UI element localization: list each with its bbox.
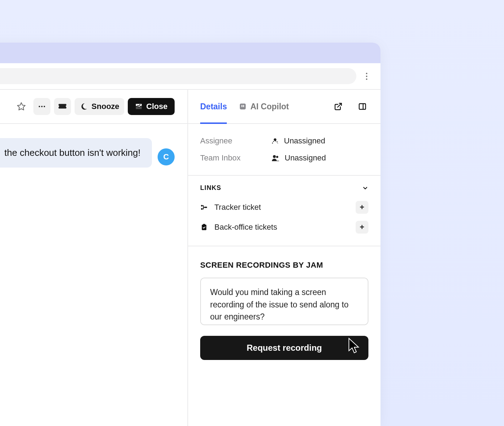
chevron-down-icon[interactable] (362, 185, 368, 191)
details-pane: Details AI Copilot Assignee (188, 90, 380, 426)
moon-z-icon (80, 102, 88, 111)
close-button[interactable]: Close (128, 98, 175, 115)
add-backoffice-ticket-button[interactable]: + (356, 221, 368, 234)
nodes-icon (200, 203, 208, 211)
svg-rect-17 (203, 224, 205, 225)
users-icon (271, 154, 280, 162)
clipboard-check-icon (200, 223, 208, 231)
assignment-section: Assignee Unassigned Team Inbox Unassigne… (188, 124, 380, 176)
ticket-icon (58, 103, 67, 110)
svg-rect-4 (240, 104, 246, 110)
svg-point-13 (201, 205, 203, 207)
svg-rect-6 (243, 105, 244, 107)
dots-horizontal-icon (38, 102, 46, 111)
tab-ai-copilot[interactable]: AI Copilot (239, 90, 289, 123)
svg-marker-0 (17, 103, 25, 110)
svg-point-14 (201, 208, 203, 210)
star-button[interactable] (13, 98, 30, 115)
screen-recordings-section: SCREEN RECORDINGS BY JAM Request recordi… (188, 246, 380, 374)
assignee-row[interactable]: Assignee Unassigned (200, 132, 368, 149)
content-area: Snooze Close the checkout button isn't w… (0, 89, 380, 426)
team-inbox-value: Unassigned (285, 153, 326, 163)
svg-point-3 (44, 106, 45, 107)
assignee-label: Assignee (200, 136, 271, 146)
snooze-button[interactable]: Snooze (75, 98, 124, 115)
svg-rect-5 (242, 105, 243, 107)
link-tracker-ticket[interactable]: Tracker ticket + (200, 197, 368, 217)
svg-rect-15 (204, 207, 207, 208)
link-tracker-ticket-label: Tracker ticket (214, 203, 349, 212)
open-external-button[interactable] (332, 100, 344, 113)
snooze-button-label: Snooze (92, 102, 119, 111)
url-bar[interactable] (0, 68, 356, 84)
user-dashed-icon (271, 137, 279, 145)
app-window: Snooze Close the checkout button isn't w… (0, 43, 380, 426)
svg-line-7 (338, 103, 341, 107)
star-icon (17, 102, 26, 111)
recording-message-textarea[interactable] (200, 278, 368, 325)
browser-toolbar (0, 63, 380, 89)
svg-point-1 (39, 106, 40, 107)
close-button-label: Close (146, 102, 168, 111)
tab-details[interactable]: Details (200, 90, 227, 123)
overflow-menu-icon[interactable] (363, 72, 371, 80)
message-list: the checkout button isn't working! C (0, 124, 187, 182)
message-row: the checkout button isn't working! C (0, 138, 175, 168)
tab-ai-copilot-label: AI Copilot (250, 102, 289, 111)
inbox-check-icon (135, 103, 143, 110)
more-button[interactable] (33, 98, 50, 115)
svg-rect-8 (359, 104, 366, 109)
request-recording-button[interactable]: Request recording (200, 336, 368, 360)
panel-right-icon (358, 102, 367, 111)
copilot-icon (239, 103, 247, 110)
svg-point-11 (273, 155, 276, 158)
avatar: C (158, 148, 175, 165)
svg-rect-16 (202, 225, 207, 230)
link-backoffice-tickets[interactable]: Back-office tickets + (200, 217, 368, 237)
details-tabs: Details AI Copilot (188, 90, 380, 124)
team-inbox-label: Team Inbox (200, 153, 271, 163)
links-section: LINKS Tracker ticket + Back-office ticke… (188, 176, 380, 246)
external-link-icon (334, 102, 343, 111)
links-section-title: LINKS (200, 184, 221, 192)
screen-recordings-title: SCREEN RECORDINGS BY JAM (200, 261, 368, 270)
add-tracker-ticket-button[interactable]: + (356, 201, 368, 214)
conversation-toolbar: Snooze Close (0, 90, 187, 124)
svg-point-12 (276, 156, 278, 158)
ticket-button[interactable] (54, 98, 71, 115)
link-backoffice-tickets-label: Back-office tickets (214, 223, 349, 232)
assignee-value: Unassigned (284, 136, 325, 146)
tab-details-label: Details (200, 102, 227, 111)
browser-tab-strip (0, 43, 380, 63)
message-bubble: the checkout button isn't working! (0, 138, 152, 168)
svg-point-2 (41, 106, 43, 107)
toggle-panel-button[interactable] (356, 100, 368, 113)
conversation-pane: Snooze Close the checkout button isn't w… (0, 90, 188, 426)
team-inbox-row[interactable]: Team Inbox Unassigned (200, 149, 368, 166)
